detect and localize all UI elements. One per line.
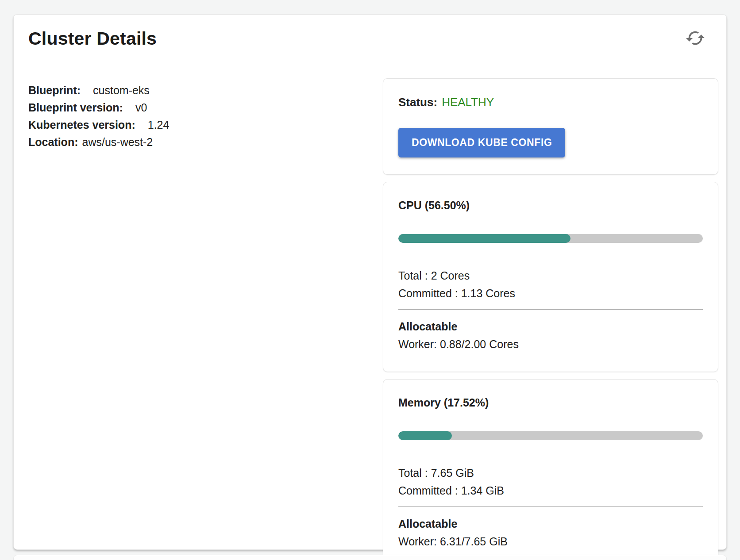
divider <box>398 506 703 507</box>
card-body: Blueprint:custom-eks Blueprint version:v… <box>14 60 726 560</box>
blueprint-version-label: Blueprint version: <box>28 101 123 114</box>
memory-title: Memory (17.52%) <box>398 396 703 409</box>
cpu-committed: Committed : 1.13 Cores <box>398 284 703 302</box>
status-badge: HEALTHY <box>442 96 494 109</box>
status-card: Status:HEALTHY DOWNLOAD KUBE CONFIG <box>383 78 718 175</box>
refresh-button[interactable] <box>684 27 707 50</box>
cluster-details-card: Cluster Details Blueprint:custom-eks Blu… <box>13 14 727 550</box>
cluster-info: Blueprint:custom-eks Blueprint version:v… <box>28 78 169 560</box>
blueprint-version-row: Blueprint version:v0 <box>28 99 169 116</box>
cpu-worker-allocatable: Worker: 0.88/2.00 Cores <box>398 335 703 353</box>
memory-worker-allocatable: Worker: 6.31/7.65 GiB <box>398 533 703 550</box>
memory-total: Total : 7.65 GiB <box>398 464 703 482</box>
blueprint-label: Blueprint: <box>28 84 81 96</box>
cpu-total: Total : 2 Cores <box>398 267 703 284</box>
download-kube-config-button[interactable]: DOWNLOAD KUBE CONFIG <box>398 128 565 157</box>
blueprint-row: Blueprint:custom-eks <box>28 82 169 99</box>
page-title: Cluster Details <box>28 28 157 49</box>
memory-progress-fill <box>398 431 452 440</box>
cpu-progress-track <box>398 234 703 243</box>
location-row: Location:aws/us-west-2 <box>28 134 169 151</box>
status-line: Status:HEALTHY <box>398 96 703 109</box>
divider <box>398 309 703 310</box>
cpu-title: CPU (56.50%) <box>398 199 703 212</box>
location-label: Location: <box>28 136 78 148</box>
memory-totals: Total : 7.65 GiB Committed : 1.34 GiB <box>398 464 703 499</box>
cpu-progress-fill <box>398 234 570 243</box>
location-value: aws/us-west-2 <box>82 136 153 148</box>
kubernetes-version-label: Kubernetes version: <box>28 119 135 131</box>
status-label: Status: <box>398 96 437 109</box>
card-header: Cluster Details <box>14 15 726 60</box>
blueprint-version-value: v0 <box>135 101 147 114</box>
memory-progress-track <box>398 431 703 440</box>
right-column: Status:HEALTHY DOWNLOAD KUBE CONFIG CPU … <box>383 78 718 560</box>
next-section-edge <box>13 555 727 560</box>
cpu-totals: Total : 2 Cores Committed : 1.13 Cores <box>398 267 703 302</box>
memory-allocatable-label: Allocatable <box>398 515 703 533</box>
refresh-icon <box>685 28 705 50</box>
blueprint-value: custom-eks <box>93 84 150 96</box>
memory-card: Memory (17.52%) Total : 7.65 GiB Committ… <box>383 379 718 560</box>
memory-committed: Committed : 1.34 GiB <box>398 482 703 499</box>
kubernetes-version-value: 1.24 <box>148 119 170 131</box>
kubernetes-version-row: Kubernetes version:1.24 <box>28 116 169 134</box>
cpu-card: CPU (56.50%) Total : 2 Cores Committed :… <box>383 182 718 372</box>
cpu-allocatable-label: Allocatable <box>398 318 703 335</box>
